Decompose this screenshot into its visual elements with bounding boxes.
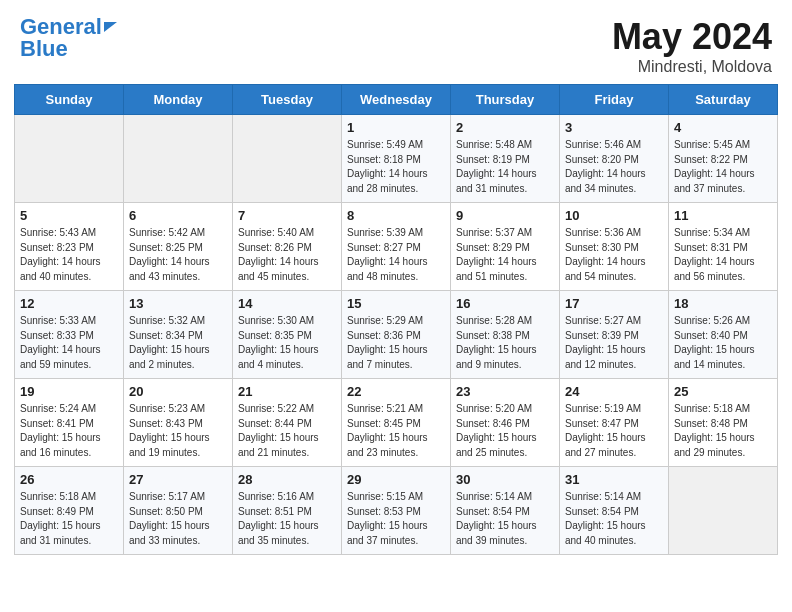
day-info: Sunrise: 5:34 AM Sunset: 8:31 PM Dayligh… [674, 226, 772, 284]
day-number: 10 [565, 208, 663, 223]
calendar-wrapper: SundayMondayTuesdayWednesdayThursdayFrid… [0, 84, 792, 569]
calendar-header: SundayMondayTuesdayWednesdayThursdayFrid… [15, 85, 778, 115]
day-info: Sunrise: 5:19 AM Sunset: 8:47 PM Dayligh… [565, 402, 663, 460]
day-number: 15 [347, 296, 445, 311]
day-number: 31 [565, 472, 663, 487]
calendar-cell: 10Sunrise: 5:36 AM Sunset: 8:30 PM Dayli… [560, 203, 669, 291]
day-number: 24 [565, 384, 663, 399]
calendar-cell: 17Sunrise: 5:27 AM Sunset: 8:39 PM Dayli… [560, 291, 669, 379]
day-info: Sunrise: 5:18 AM Sunset: 8:48 PM Dayligh… [674, 402, 772, 460]
day-info: Sunrise: 5:23 AM Sunset: 8:43 PM Dayligh… [129, 402, 227, 460]
day-info: Sunrise: 5:43 AM Sunset: 8:23 PM Dayligh… [20, 226, 118, 284]
week-row-0: 1Sunrise: 5:49 AM Sunset: 8:18 PM Daylig… [15, 115, 778, 203]
day-number: 23 [456, 384, 554, 399]
week-row-4: 26Sunrise: 5:18 AM Sunset: 8:49 PM Dayli… [15, 467, 778, 555]
week-row-2: 12Sunrise: 5:33 AM Sunset: 8:33 PM Dayli… [15, 291, 778, 379]
day-number: 1 [347, 120, 445, 135]
calendar-cell: 3Sunrise: 5:46 AM Sunset: 8:20 PM Daylig… [560, 115, 669, 203]
header-cell-sunday: Sunday [15, 85, 124, 115]
day-info: Sunrise: 5:49 AM Sunset: 8:18 PM Dayligh… [347, 138, 445, 196]
day-info: Sunrise: 5:16 AM Sunset: 8:51 PM Dayligh… [238, 490, 336, 548]
day-info: Sunrise: 5:45 AM Sunset: 8:22 PM Dayligh… [674, 138, 772, 196]
title-block: May 2024 Mindresti, Moldova [612, 16, 772, 76]
day-info: Sunrise: 5:18 AM Sunset: 8:49 PM Dayligh… [20, 490, 118, 548]
day-number: 12 [20, 296, 118, 311]
day-number: 28 [238, 472, 336, 487]
calendar-body: 1Sunrise: 5:49 AM Sunset: 8:18 PM Daylig… [15, 115, 778, 555]
day-info: Sunrise: 5:28 AM Sunset: 8:38 PM Dayligh… [456, 314, 554, 372]
day-number: 2 [456, 120, 554, 135]
header-cell-wednesday: Wednesday [342, 85, 451, 115]
day-number: 18 [674, 296, 772, 311]
day-info: Sunrise: 5:37 AM Sunset: 8:29 PM Dayligh… [456, 226, 554, 284]
calendar-cell: 16Sunrise: 5:28 AM Sunset: 8:38 PM Dayli… [451, 291, 560, 379]
day-number: 21 [238, 384, 336, 399]
week-row-1: 5Sunrise: 5:43 AM Sunset: 8:23 PM Daylig… [15, 203, 778, 291]
calendar-cell: 26Sunrise: 5:18 AM Sunset: 8:49 PM Dayli… [15, 467, 124, 555]
calendar-cell [15, 115, 124, 203]
calendar-cell [233, 115, 342, 203]
day-number: 29 [347, 472, 445, 487]
day-number: 8 [347, 208, 445, 223]
day-info: Sunrise: 5:42 AM Sunset: 8:25 PM Dayligh… [129, 226, 227, 284]
calendar-cell: 29Sunrise: 5:15 AM Sunset: 8:53 PM Dayli… [342, 467, 451, 555]
day-info: Sunrise: 5:21 AM Sunset: 8:45 PM Dayligh… [347, 402, 445, 460]
day-number: 6 [129, 208, 227, 223]
calendar-cell: 20Sunrise: 5:23 AM Sunset: 8:43 PM Dayli… [124, 379, 233, 467]
calendar-cell: 1Sunrise: 5:49 AM Sunset: 8:18 PM Daylig… [342, 115, 451, 203]
calendar-cell: 31Sunrise: 5:14 AM Sunset: 8:54 PM Dayli… [560, 467, 669, 555]
calendar-cell: 27Sunrise: 5:17 AM Sunset: 8:50 PM Dayli… [124, 467, 233, 555]
month-title: May 2024 [612, 16, 772, 58]
week-row-3: 19Sunrise: 5:24 AM Sunset: 8:41 PM Dayli… [15, 379, 778, 467]
day-number: 26 [20, 472, 118, 487]
page-header: General Blue May 2024 Mindresti, Moldova [0, 0, 792, 84]
day-number: 3 [565, 120, 663, 135]
day-info: Sunrise: 5:22 AM Sunset: 8:44 PM Dayligh… [238, 402, 336, 460]
calendar-cell: 8Sunrise: 5:39 AM Sunset: 8:27 PM Daylig… [342, 203, 451, 291]
day-number: 7 [238, 208, 336, 223]
day-number: 19 [20, 384, 118, 399]
day-number: 16 [456, 296, 554, 311]
day-info: Sunrise: 5:29 AM Sunset: 8:36 PM Dayligh… [347, 314, 445, 372]
calendar-cell: 30Sunrise: 5:14 AM Sunset: 8:54 PM Dayli… [451, 467, 560, 555]
day-info: Sunrise: 5:48 AM Sunset: 8:19 PM Dayligh… [456, 138, 554, 196]
day-info: Sunrise: 5:39 AM Sunset: 8:27 PM Dayligh… [347, 226, 445, 284]
header-cell-friday: Friday [560, 85, 669, 115]
calendar-cell: 13Sunrise: 5:32 AM Sunset: 8:34 PM Dayli… [124, 291, 233, 379]
calendar-cell [669, 467, 778, 555]
day-number: 13 [129, 296, 227, 311]
logo-subtext: Blue [20, 38, 68, 60]
calendar-cell: 7Sunrise: 5:40 AM Sunset: 8:26 PM Daylig… [233, 203, 342, 291]
day-number: 11 [674, 208, 772, 223]
day-info: Sunrise: 5:26 AM Sunset: 8:40 PM Dayligh… [674, 314, 772, 372]
calendar-cell: 28Sunrise: 5:16 AM Sunset: 8:51 PM Dayli… [233, 467, 342, 555]
location-title: Mindresti, Moldova [612, 58, 772, 76]
day-number: 17 [565, 296, 663, 311]
calendar-cell: 24Sunrise: 5:19 AM Sunset: 8:47 PM Dayli… [560, 379, 669, 467]
day-info: Sunrise: 5:24 AM Sunset: 8:41 PM Dayligh… [20, 402, 118, 460]
day-number: 27 [129, 472, 227, 487]
day-info: Sunrise: 5:20 AM Sunset: 8:46 PM Dayligh… [456, 402, 554, 460]
day-number: 9 [456, 208, 554, 223]
day-info: Sunrise: 5:14 AM Sunset: 8:54 PM Dayligh… [565, 490, 663, 548]
day-info: Sunrise: 5:33 AM Sunset: 8:33 PM Dayligh… [20, 314, 118, 372]
calendar-cell: 11Sunrise: 5:34 AM Sunset: 8:31 PM Dayli… [669, 203, 778, 291]
calendar-table: SundayMondayTuesdayWednesdayThursdayFrid… [14, 84, 778, 555]
day-number: 14 [238, 296, 336, 311]
header-cell-tuesday: Tuesday [233, 85, 342, 115]
day-number: 4 [674, 120, 772, 135]
day-info: Sunrise: 5:32 AM Sunset: 8:34 PM Dayligh… [129, 314, 227, 372]
header-cell-saturday: Saturday [669, 85, 778, 115]
calendar-cell: 19Sunrise: 5:24 AM Sunset: 8:41 PM Dayli… [15, 379, 124, 467]
day-number: 5 [20, 208, 118, 223]
day-info: Sunrise: 5:46 AM Sunset: 8:20 PM Dayligh… [565, 138, 663, 196]
calendar-cell: 15Sunrise: 5:29 AM Sunset: 8:36 PM Dayli… [342, 291, 451, 379]
day-info: Sunrise: 5:15 AM Sunset: 8:53 PM Dayligh… [347, 490, 445, 548]
calendar-cell: 5Sunrise: 5:43 AM Sunset: 8:23 PM Daylig… [15, 203, 124, 291]
calendar-cell: 22Sunrise: 5:21 AM Sunset: 8:45 PM Dayli… [342, 379, 451, 467]
day-number: 30 [456, 472, 554, 487]
logo-text: General [20, 16, 102, 38]
header-row: SundayMondayTuesdayWednesdayThursdayFrid… [15, 85, 778, 115]
calendar-cell: 12Sunrise: 5:33 AM Sunset: 8:33 PM Dayli… [15, 291, 124, 379]
day-info: Sunrise: 5:36 AM Sunset: 8:30 PM Dayligh… [565, 226, 663, 284]
